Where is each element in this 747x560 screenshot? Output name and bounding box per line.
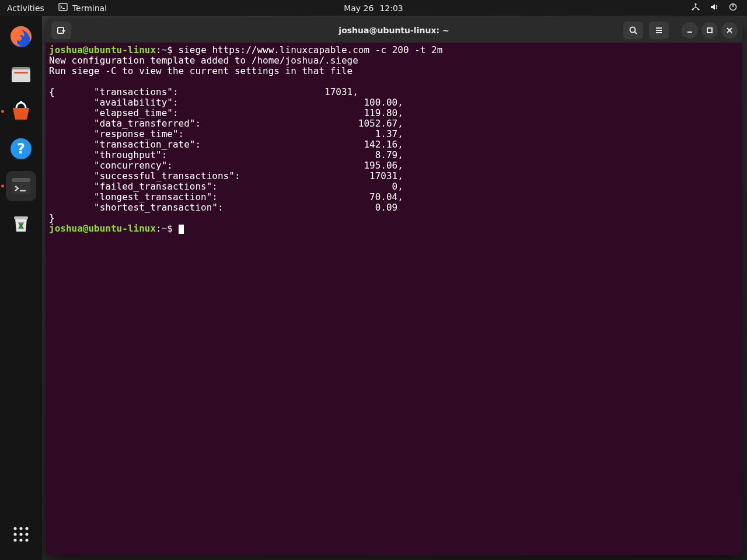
svg-rect-9 — [12, 69, 30, 82]
svg-point-23 — [25, 533, 28, 536]
terminal-icon — [58, 2, 68, 13]
dock-software[interactable] — [6, 96, 36, 127]
date-label: May 26 — [344, 4, 374, 13]
search-button[interactable] — [623, 22, 643, 39]
svg-rect-11 — [20, 101, 22, 103]
clock-area[interactable]: May 26 12:03 — [344, 4, 403, 13]
svg-rect-10 — [14, 72, 28, 74]
app-menu-label: Terminal — [72, 4, 107, 13]
window-titlebar[interactable]: joshua@ubuntu-linux: ~ — [46, 18, 742, 43]
close-button[interactable] — [721, 22, 738, 38]
desktop-area: joshua@ubuntu-linux: ~ — [42, 16, 747, 560]
running-indicator-icon — [1, 185, 4, 188]
dock-firefox[interactable] — [6, 22, 36, 52]
gnome-top-bar: Activities Terminal May 26 12:03 — [0, 0, 747, 16]
new-tab-button[interactable] — [51, 22, 71, 39]
svg-text:?: ? — [17, 141, 25, 157]
svg-rect-36 — [707, 28, 712, 33]
dock-files[interactable] — [6, 59, 36, 89]
dock-terminal[interactable] — [6, 171, 36, 201]
svg-point-18 — [13, 527, 16, 530]
svg-point-24 — [13, 538, 16, 541]
svg-point-21 — [13, 533, 16, 536]
hamburger-menu-button[interactable] — [649, 22, 669, 39]
svg-point-25 — [19, 538, 22, 541]
activities-label: Activities — [7, 4, 44, 13]
terminal-output[interactable]: joshua@ubuntu-linux:~$ siege https://www… — [46, 43, 742, 555]
svg-point-26 — [25, 538, 28, 541]
svg-line-31 — [635, 32, 637, 34]
minimize-button[interactable] — [682, 22, 698, 38]
show-applications-button[interactable] — [6, 519, 36, 550]
svg-point-20 — [25, 527, 28, 530]
power-icon[interactable] — [728, 2, 738, 13]
svg-point-22 — [19, 533, 22, 536]
svg-point-19 — [19, 527, 22, 530]
app-menu[interactable]: Terminal — [58, 2, 107, 13]
svg-rect-17 — [14, 216, 28, 219]
svg-point-2 — [694, 3, 696, 5]
terminal-cursor — [179, 225, 184, 234]
ubuntu-dock: ? — [0, 16, 42, 560]
svg-point-30 — [630, 27, 636, 33]
svg-rect-15 — [12, 178, 30, 182]
volume-icon[interactable] — [710, 2, 719, 13]
maximize-button[interactable] — [701, 22, 718, 38]
network-icon[interactable] — [691, 2, 700, 13]
activities-button[interactable]: Activities — [7, 4, 44, 13]
running-indicator-icon — [1, 110, 4, 113]
svg-rect-0 — [59, 4, 67, 10]
dock-help[interactable]: ? — [6, 134, 36, 164]
window-title: joshua@ubuntu-linux: ~ — [338, 26, 449, 35]
time-label: 12:03 — [379, 4, 403, 13]
terminal-window: joshua@ubuntu-linux: ~ — [46, 18, 742, 555]
dock-trash[interactable] — [6, 208, 36, 239]
